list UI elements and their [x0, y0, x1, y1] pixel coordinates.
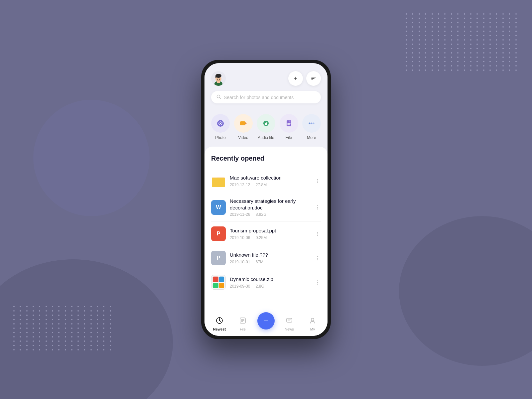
file-meta: 2019-12-12 | 27.8M: [230, 183, 315, 187]
file-more-button[interactable]: [315, 279, 321, 286]
header: +: [204, 63, 328, 109]
svg-point-28: [311, 123, 313, 124]
unknown-icon: P: [211, 251, 226, 265]
nav-file-label: File: [240, 327, 246, 331]
file-meta: 2019-10-06 | 0.25M: [230, 235, 315, 240]
svg-rect-35: [219, 277, 224, 282]
sort-button[interactable]: [306, 71, 321, 86]
svg-rect-5: [215, 76, 216, 78]
nav-news[interactable]: News: [278, 317, 301, 331]
file-info: Tourism proposal.ppt 2019-10-06 | 0.25M: [230, 227, 315, 240]
svg-rect-17: [240, 121, 245, 125]
file-meta: 2019-09-30 | 2.8G: [230, 284, 315, 289]
category-file[interactable]: File: [280, 114, 298, 140]
file-item[interactable]: Mac software collection 2019-12-12 | 27.…: [211, 169, 321, 193]
file-meta: 2019-11-26 | 8.92G: [230, 212, 315, 217]
file-name: Tourism proposal.ppt: [230, 227, 315, 234]
news-nav-icon: [286, 317, 293, 326]
nav-newest[interactable]: Newest: [208, 317, 231, 331]
file-item[interactable]: W Necessary strategies for early decorat…: [211, 193, 321, 222]
video-icon: [234, 114, 253, 133]
file-more-button[interactable]: [315, 178, 321, 185]
category-audio[interactable]: Audio file: [257, 114, 275, 140]
svg-point-27: [309, 123, 311, 124]
svg-point-48: [311, 318, 314, 321]
svg-line-12: [220, 98, 221, 99]
video-label: Video: [238, 135, 248, 140]
categories-row: Photo Video: [204, 109, 328, 147]
file-more-button[interactable]: [315, 230, 321, 237]
photo-icon: [211, 114, 230, 133]
search-placeholder-text: Search for photos and documents: [224, 95, 294, 100]
file-info: Mac software collection 2019-12-12 | 27.…: [230, 175, 315, 187]
svg-rect-34: [213, 277, 218, 282]
file-item[interactable]: P Tourism proposal.ppt 2019-10-06 | 0.25…: [211, 222, 321, 246]
file-nav-icon: [239, 317, 246, 326]
file-meta: 2019-10-01 | 67M: [230, 260, 315, 264]
nav-my-label: My: [310, 327, 315, 331]
more-icon: [302, 114, 321, 133]
svg-point-6: [217, 79, 218, 80]
ppt-icon: P: [211, 226, 226, 241]
file-name: Unknown file.???: [230, 252, 315, 258]
category-more[interactable]: More: [302, 114, 321, 140]
bottom-nav: Newest File +: [204, 312, 328, 336]
nav-my[interactable]: My: [301, 317, 324, 331]
nav-news-label: News: [285, 327, 294, 331]
audio-icon: [257, 114, 275, 133]
category-photo[interactable]: Photo: [211, 114, 230, 140]
nav-add-button[interactable]: +: [257, 312, 275, 330]
nav-newest-label: Newest: [213, 327, 226, 331]
recently-opened-title: Recently opened: [211, 155, 321, 162]
svg-point-15: [220, 123, 221, 124]
search-icon: [216, 94, 221, 100]
svg-rect-37: [219, 283, 224, 288]
svg-line-40: [219, 321, 221, 322]
file-info: Necessary strategies for early decoratio…: [230, 198, 315, 217]
svg-rect-45: [287, 318, 292, 322]
file-item[interactable]: P Unknown file.??? 2019-10-01 | 67M: [211, 246, 321, 270]
file-more-button[interactable]: [315, 204, 321, 211]
search-bar[interactable]: Search for photos and documents: [211, 91, 321, 103]
svg-point-16: [222, 122, 223, 123]
svg-rect-36: [213, 283, 218, 288]
phone-screen: +: [204, 63, 328, 336]
file-info: Dynamic course.zip 2019-09-30 | 2.8G: [230, 276, 315, 289]
avatar[interactable]: [211, 71, 226, 86]
file-list: Mac software collection 2019-12-12 | 27.…: [211, 169, 321, 294]
main-content: Recently opened Mac softwar: [204, 147, 328, 336]
file-name: Necessary strategies for early decoratio…: [230, 198, 315, 211]
add-button[interactable]: +: [288, 71, 303, 86]
zip-icon: [211, 275, 226, 290]
svg-point-20: [265, 123, 267, 125]
file-label: File: [286, 135, 292, 140]
file-name: Dynamic course.zip: [230, 276, 315, 283]
header-top: +: [211, 71, 321, 86]
newest-nav-icon: [216, 317, 223, 326]
svg-point-7: [219, 79, 220, 80]
nav-file[interactable]: File: [231, 317, 254, 331]
file-icon-cat: [280, 114, 298, 133]
category-video[interactable]: Video: [234, 114, 253, 140]
svg-point-29: [313, 123, 315, 124]
my-nav-icon: [309, 317, 316, 326]
nav-add[interactable]: +: [254, 312, 278, 332]
file-name: Mac software collection: [230, 175, 315, 181]
svg-marker-18: [245, 122, 247, 125]
file-more-button[interactable]: [315, 255, 321, 262]
folder-icon: [211, 174, 226, 188]
header-actions: +: [288, 71, 321, 86]
audio-label: Audio file: [258, 135, 274, 140]
more-label: More: [307, 135, 316, 140]
word-icon: W: [211, 200, 226, 215]
photo-label: Photo: [215, 135, 225, 140]
file-info: Unknown file.??? 2019-10-01 | 67M: [230, 252, 315, 264]
phone-shell: +: [201, 60, 331, 339]
file-item[interactable]: Dynamic course.zip 2019-09-30 | 2.8G: [211, 270, 321, 294]
